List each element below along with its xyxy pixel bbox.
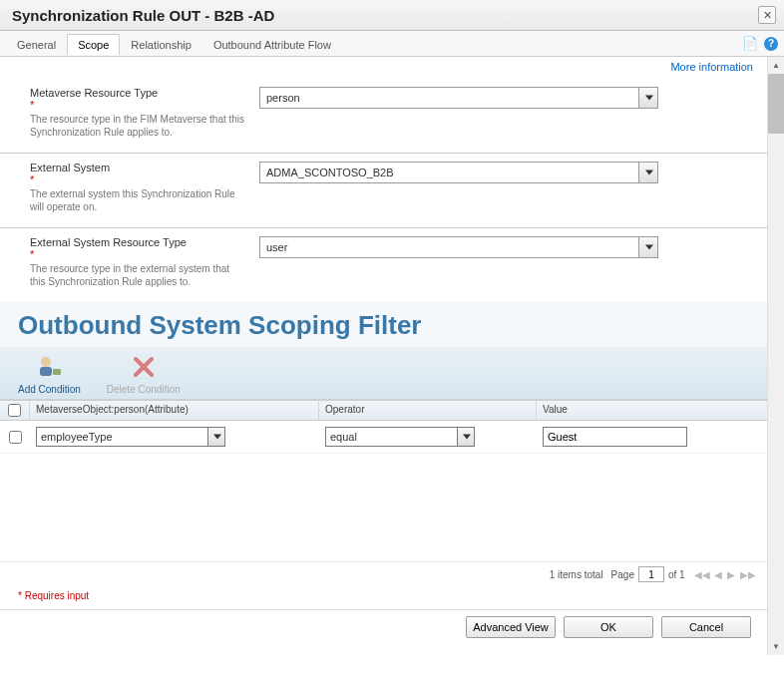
pager-first-icon[interactable]: ◀◀: [693, 569, 711, 580]
cancel-button[interactable]: Cancel: [661, 616, 751, 638]
pager-page-label: Page: [611, 569, 634, 580]
select-all-checkbox[interactable]: [8, 404, 21, 417]
pager-prev-icon[interactable]: ◀: [713, 569, 723, 580]
chevron-down-icon: [463, 435, 471, 440]
chevron-down-icon: [645, 170, 653, 175]
chevron-down-icon: [645, 96, 653, 101]
svg-point-0: [41, 357, 51, 367]
window-title: Synchronization Rule OUT - B2B -AD: [12, 7, 274, 24]
metaverse-type-label: Metaverse Resource Type: [30, 87, 247, 99]
help-icon[interactable]: ?: [764, 37, 778, 51]
delete-condition-button[interactable]: Delete Condition: [107, 353, 181, 395]
add-condition-button[interactable]: Add Condition: [18, 353, 81, 395]
delete-condition-icon: [130, 353, 158, 381]
add-condition-label: Add Condition: [18, 384, 81, 395]
pager-next-icon[interactable]: ▶: [726, 569, 736, 580]
pager-nav: ◀◀ ◀ ▶ ▶▶: [693, 569, 757, 580]
required-indicator: *: [30, 173, 247, 185]
requires-input-note: * Requires input: [0, 586, 767, 609]
attribute-value: employeeType: [41, 431, 113, 443]
pager-of-label: of 1: [668, 569, 685, 580]
tab-relationship[interactable]: Relationship: [120, 34, 202, 55]
scoping-toolbar: Add Condition Delete Condition: [0, 347, 767, 400]
vertical-scrollbar[interactable]: ▲ ▼: [767, 57, 784, 655]
close-icon[interactable]: ✕: [758, 6, 776, 24]
scroll-down-icon[interactable]: ▼: [768, 638, 784, 655]
table-row: employeeType equal: [0, 421, 767, 454]
more-info-link-row: More information: [0, 57, 767, 73]
tab-bar: General Scope Relationship Outbound Attr…: [0, 31, 784, 57]
tab-scope[interactable]: Scope: [67, 34, 120, 55]
dialog-footer: Advanced View OK Cancel: [0, 609, 767, 648]
field-metaverse-resource-type: Metaverse Resource Type * The resource t…: [0, 73, 767, 154]
column-operator: Operator: [319, 401, 537, 420]
chevron-down-icon: [645, 245, 653, 250]
more-information-link[interactable]: More information: [670, 61, 753, 73]
external-system-help: The external system this Synchronization…: [30, 187, 247, 213]
column-value: Value: [537, 401, 767, 420]
note-icon[interactable]: 📄: [742, 36, 758, 51]
required-indicator: *: [30, 99, 247, 111]
row-checkbox[interactable]: [9, 431, 22, 444]
pager-total: 1 items total: [550, 569, 603, 580]
external-type-value: user: [266, 241, 287, 253]
tab-general[interactable]: General: [6, 34, 67, 55]
external-system-select[interactable]: ADMA_SCONTOSO_B2B: [259, 162, 658, 183]
attribute-select[interactable]: employeeType: [36, 427, 225, 447]
field-external-system: External System * The external system th…: [0, 154, 767, 228]
scroll-up-icon[interactable]: ▲: [768, 57, 784, 74]
page-number-input[interactable]: [638, 566, 664, 582]
ok-button[interactable]: OK: [564, 616, 653, 638]
chevron-down-icon: [213, 435, 221, 440]
scoping-table-header: MetaverseObject:person(Attribute) Operat…: [0, 400, 767, 421]
operator-value: equal: [330, 431, 357, 443]
metaverse-type-select[interactable]: person: [259, 87, 658, 109]
operator-select[interactable]: equal: [325, 427, 475, 447]
required-indicator: *: [30, 248, 247, 260]
external-type-help: The resource type in the external system…: [30, 262, 247, 288]
external-system-label: External System: [30, 162, 247, 173]
scroll-thumb[interactable]: [768, 74, 784, 134]
external-type-label: External System Resource Type: [30, 236, 247, 248]
pager: 1 items total Page of 1 ◀◀ ◀ ▶ ▶▶: [0, 561, 767, 586]
advanced-view-button[interactable]: Advanced View: [466, 616, 556, 638]
metaverse-type-help: The resource type in the FIM Metaverse t…: [30, 113, 247, 139]
column-attribute: MetaverseObject:person(Attribute): [30, 401, 319, 420]
value-input[interactable]: [543, 427, 687, 447]
external-system-value: ADMA_SCONTOSO_B2B: [266, 167, 394, 178]
scoping-filter-title: Outbound System Scoping Filter: [18, 310, 749, 341]
scoping-filter-header: Outbound System Scoping Filter: [0, 302, 767, 347]
content-area: More information Metaverse Resource Type…: [0, 57, 767, 655]
svg-rect-2: [53, 369, 61, 375]
external-type-select[interactable]: user: [259, 236, 658, 258]
field-external-system-resource-type: External System Resource Type * The reso…: [0, 228, 767, 302]
tab-outbound-attribute-flow[interactable]: Outbound Attribute Flow: [202, 34, 342, 55]
pager-last-icon[interactable]: ▶▶: [739, 569, 757, 580]
add-condition-icon: [35, 353, 63, 381]
delete-condition-label: Delete Condition: [107, 384, 181, 395]
svg-rect-1: [40, 367, 52, 376]
metaverse-type-value: person: [266, 92, 300, 104]
title-bar: Synchronization Rule OUT - B2B -AD ✕: [0, 0, 784, 31]
